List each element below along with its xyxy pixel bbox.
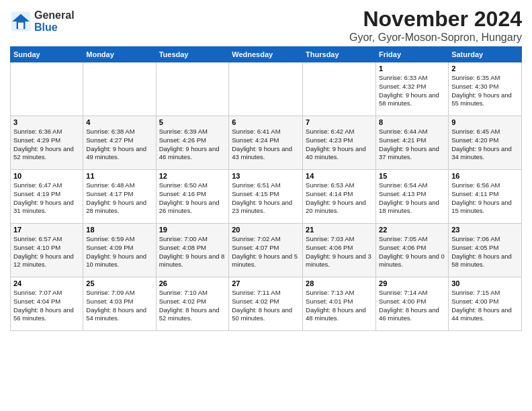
calendar-cell: 20Sunrise: 7:02 AM Sunset: 4:07 PM Dayli… bbox=[229, 224, 303, 277]
calendar-table: SundayMondayTuesdayWednesdayThursdayFrid… bbox=[10, 46, 522, 331]
day-info: Sunrise: 6:36 AM Sunset: 4:29 PM Dayligh… bbox=[13, 128, 80, 162]
day-number: 1 bbox=[379, 64, 445, 73]
day-number: 5 bbox=[159, 118, 226, 126]
header: General Blue November 2024 Gyor, Gyor-Mo… bbox=[10, 7, 522, 44]
day-info: Sunrise: 6:53 AM Sunset: 4:14 PM Dayligh… bbox=[306, 181, 373, 216]
day-info: Sunrise: 7:10 AM Sunset: 4:02 PM Dayligh… bbox=[159, 289, 226, 323]
day-info: Sunrise: 6:38 AM Sunset: 4:27 PM Dayligh… bbox=[86, 128, 152, 162]
day-info: Sunrise: 6:59 AM Sunset: 4:09 PM Dayligh… bbox=[86, 235, 152, 269]
header-day-sunday: Sunday bbox=[11, 47, 83, 62]
calendar-title: November 2024 bbox=[349, 7, 522, 32]
calendar-cell: 18Sunrise: 6:59 AM Sunset: 4:09 PM Dayli… bbox=[83, 224, 156, 277]
day-number: 8 bbox=[379, 118, 445, 126]
day-info: Sunrise: 6:51 AM Sunset: 4:15 PM Dayligh… bbox=[232, 181, 300, 216]
day-number: 17 bbox=[13, 226, 80, 234]
calendar-header: SundayMondayTuesdayWednesdayThursdayFrid… bbox=[11, 47, 522, 62]
day-info: Sunrise: 7:07 AM Sunset: 4:04 PM Dayligh… bbox=[13, 289, 80, 323]
day-info: Sunrise: 7:11 AM Sunset: 4:02 PM Dayligh… bbox=[232, 289, 300, 323]
day-number: 20 bbox=[232, 226, 300, 234]
calendar-cell bbox=[156, 62, 229, 116]
calendar-cell: 9Sunrise: 6:45 AM Sunset: 4:20 PM Daylig… bbox=[449, 116, 522, 170]
calendar-cell: 17Sunrise: 6:57 AM Sunset: 4:10 PM Dayli… bbox=[11, 224, 83, 277]
calendar-body: 1Sunrise: 6:33 AM Sunset: 4:32 PM Daylig… bbox=[11, 62, 522, 331]
day-number: 25 bbox=[86, 279, 152, 287]
day-number: 9 bbox=[451, 118, 519, 126]
day-info: Sunrise: 7:05 AM Sunset: 4:06 PM Dayligh… bbox=[379, 235, 445, 269]
calendar-cell: 10Sunrise: 6:47 AM Sunset: 4:19 PM Dayli… bbox=[11, 170, 83, 224]
day-number: 12 bbox=[159, 172, 226, 180]
day-info: Sunrise: 6:33 AM Sunset: 4:32 PM Dayligh… bbox=[379, 74, 445, 108]
calendar-cell bbox=[229, 62, 303, 116]
day-info: Sunrise: 6:48 AM Sunset: 4:17 PM Dayligh… bbox=[86, 181, 152, 216]
day-info: Sunrise: 7:14 AM Sunset: 4:00 PM Dayligh… bbox=[379, 289, 445, 323]
day-info: Sunrise: 6:42 AM Sunset: 4:23 PM Dayligh… bbox=[306, 128, 373, 162]
header-day-monday: Monday bbox=[83, 47, 156, 62]
day-info: Sunrise: 6:44 AM Sunset: 4:21 PM Dayligh… bbox=[379, 128, 445, 162]
day-number: 7 bbox=[306, 118, 373, 126]
calendar-cell bbox=[303, 62, 376, 116]
calendar-cell: 25Sunrise: 7:09 AM Sunset: 4:03 PM Dayli… bbox=[83, 277, 156, 331]
calendar-cell: 15Sunrise: 6:54 AM Sunset: 4:13 PM Dayli… bbox=[376, 170, 449, 224]
calendar-cell: 13Sunrise: 6:51 AM Sunset: 4:15 PM Dayli… bbox=[229, 170, 303, 224]
day-number: 10 bbox=[13, 172, 80, 180]
day-number: 23 bbox=[451, 226, 519, 234]
header-day-wednesday: Wednesday bbox=[229, 47, 303, 62]
day-info: Sunrise: 7:15 AM Sunset: 4:00 PM Dayligh… bbox=[451, 289, 519, 323]
day-number: 27 bbox=[232, 279, 300, 287]
day-number: 29 bbox=[379, 279, 445, 287]
header-row: SundayMondayTuesdayWednesdayThursdayFrid… bbox=[11, 47, 522, 62]
logo: General Blue bbox=[10, 9, 75, 33]
logo-blue: Blue bbox=[34, 21, 75, 34]
calendar-cell: 28Sunrise: 7:13 AM Sunset: 4:01 PM Dayli… bbox=[303, 277, 376, 331]
calendar-cell: 8Sunrise: 6:44 AM Sunset: 4:21 PM Daylig… bbox=[376, 116, 449, 170]
day-number: 11 bbox=[86, 172, 152, 180]
calendar-cell: 7Sunrise: 6:42 AM Sunset: 4:23 PM Daylig… bbox=[303, 116, 376, 170]
header-day-friday: Friday bbox=[376, 47, 449, 62]
calendar-cell: 21Sunrise: 7:03 AM Sunset: 4:06 PM Dayli… bbox=[303, 224, 376, 277]
calendar-cell: 23Sunrise: 7:06 AM Sunset: 4:05 PM Dayli… bbox=[449, 224, 522, 277]
day-info: Sunrise: 6:39 AM Sunset: 4:26 PM Dayligh… bbox=[159, 128, 226, 162]
calendar-cell: 24Sunrise: 7:07 AM Sunset: 4:04 PM Dayli… bbox=[11, 277, 83, 331]
day-info: Sunrise: 6:50 AM Sunset: 4:16 PM Dayligh… bbox=[159, 181, 226, 216]
day-info: Sunrise: 6:45 AM Sunset: 4:20 PM Dayligh… bbox=[451, 128, 519, 162]
header-day-tuesday: Tuesday bbox=[156, 47, 229, 62]
calendar-cell: 2Sunrise: 6:35 AM Sunset: 4:30 PM Daylig… bbox=[449, 62, 522, 116]
day-number: 15 bbox=[379, 172, 445, 180]
day-number: 19 bbox=[159, 226, 226, 234]
week-row-0: 1Sunrise: 6:33 AM Sunset: 4:32 PM Daylig… bbox=[11, 62, 522, 116]
calendar-cell: 5Sunrise: 6:39 AM Sunset: 4:26 PM Daylig… bbox=[156, 116, 229, 170]
day-info: Sunrise: 6:57 AM Sunset: 4:10 PM Dayligh… bbox=[13, 235, 80, 269]
svg-rect-2 bbox=[18, 22, 24, 29]
day-number: 30 bbox=[451, 279, 519, 287]
header-day-saturday: Saturday bbox=[449, 47, 522, 62]
day-number: 13 bbox=[232, 172, 300, 180]
day-number: 2 bbox=[451, 64, 519, 73]
day-number: 21 bbox=[306, 226, 373, 234]
logo-icon bbox=[10, 11, 32, 32]
day-info: Sunrise: 6:47 AM Sunset: 4:19 PM Dayligh… bbox=[13, 181, 80, 216]
calendar-cell: 14Sunrise: 6:53 AM Sunset: 4:14 PM Dayli… bbox=[303, 170, 376, 224]
calendar-cell: 22Sunrise: 7:05 AM Sunset: 4:06 PM Dayli… bbox=[376, 224, 449, 277]
day-number: 24 bbox=[13, 279, 80, 287]
day-number: 3 bbox=[13, 118, 80, 126]
day-info: Sunrise: 7:09 AM Sunset: 4:03 PM Dayligh… bbox=[86, 289, 152, 323]
title-block: November 2024 Gyor, Gyor-Moson-Sopron, H… bbox=[349, 7, 522, 44]
logo-text: General Blue bbox=[34, 9, 75, 33]
page: General Blue November 2024 Gyor, Gyor-Mo… bbox=[0, 0, 532, 411]
calendar-cell bbox=[11, 62, 83, 116]
day-info: Sunrise: 7:02 AM Sunset: 4:07 PM Dayligh… bbox=[232, 235, 300, 269]
day-info: Sunrise: 6:56 AM Sunset: 4:11 PM Dayligh… bbox=[451, 181, 519, 216]
calendar-cell: 29Sunrise: 7:14 AM Sunset: 4:00 PM Dayli… bbox=[376, 277, 449, 331]
header-day-thursday: Thursday bbox=[303, 47, 376, 62]
day-number: 14 bbox=[306, 172, 373, 180]
calendar-cell: 4Sunrise: 6:38 AM Sunset: 4:27 PM Daylig… bbox=[83, 116, 156, 170]
day-info: Sunrise: 6:35 AM Sunset: 4:30 PM Dayligh… bbox=[451, 74, 519, 108]
day-info: Sunrise: 6:41 AM Sunset: 4:24 PM Dayligh… bbox=[232, 128, 300, 162]
day-info: Sunrise: 7:00 AM Sunset: 4:08 PM Dayligh… bbox=[159, 235, 226, 269]
day-number: 6 bbox=[232, 118, 300, 126]
week-row-4: 24Sunrise: 7:07 AM Sunset: 4:04 PM Dayli… bbox=[11, 277, 522, 331]
week-row-3: 17Sunrise: 6:57 AM Sunset: 4:10 PM Dayli… bbox=[11, 224, 522, 277]
calendar-cell: 3Sunrise: 6:36 AM Sunset: 4:29 PM Daylig… bbox=[11, 116, 83, 170]
week-row-2: 10Sunrise: 6:47 AM Sunset: 4:19 PM Dayli… bbox=[11, 170, 522, 224]
calendar-cell: 27Sunrise: 7:11 AM Sunset: 4:02 PM Dayli… bbox=[229, 277, 303, 331]
